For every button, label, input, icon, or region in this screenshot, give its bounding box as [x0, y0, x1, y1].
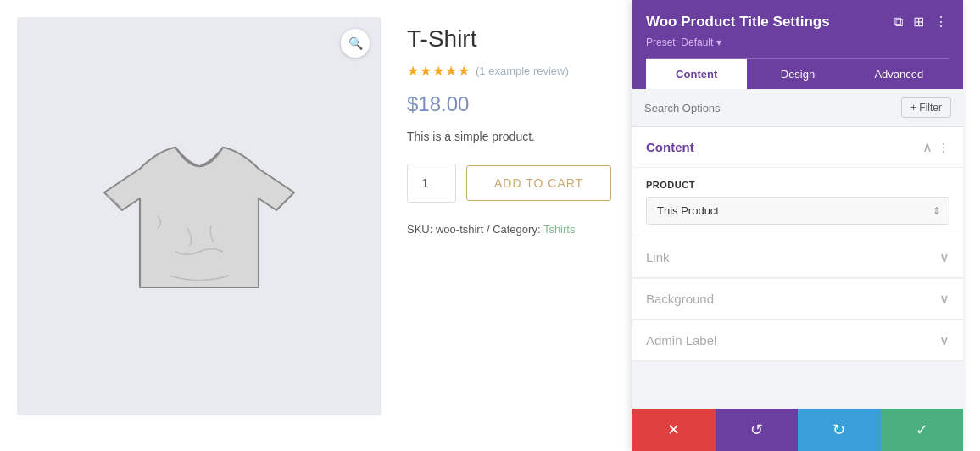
product-select-wrapper: This Product Custom Product ⇕: [646, 197, 949, 225]
panel-preset[interactable]: Preset: Default ▾: [646, 36, 949, 48]
content-section-header[interactable]: Content ∧ ⋮: [632, 127, 963, 168]
background-chevron-down-icon: ∨: [939, 291, 949, 307]
copy-icon-button[interactable]: ⧉: [892, 13, 905, 31]
search-input[interactable]: [644, 102, 894, 114]
quantity-input[interactable]: [407, 164, 456, 203]
filter-button[interactable]: + Filter: [901, 97, 951, 118]
link-chevron-down-icon: ∨: [939, 249, 949, 265]
cancel-button[interactable]: ✕: [632, 409, 716, 451]
product-image-container: 🔍: [17, 17, 381, 415]
more-options-button[interactable]: ⋮: [933, 12, 949, 31]
panel-tabs: Content Design Advanced: [646, 58, 949, 89]
link-section: Link ∨: [632, 237, 963, 279]
admin-label-section: Admin Label ∨: [632, 320, 963, 362]
tab-content[interactable]: Content: [646, 59, 747, 89]
background-section: Background ∨: [632, 279, 963, 320]
zoom-button[interactable]: 🔍: [341, 29, 370, 58]
tab-advanced[interactable]: Advanced: [849, 59, 949, 89]
product-image: [81, 97, 318, 335]
content-section-body: Product This Product Custom Product ⇕: [632, 168, 963, 237]
save-button[interactable]: ✓: [881, 409, 964, 451]
panel-body: + Filter Content ∧ ⋮ Product This Produc…: [632, 89, 963, 409]
admin-label-chevron-down-icon: ∨: [939, 332, 949, 348]
category-link[interactable]: Tshirts: [543, 223, 576, 236]
content-more-icon[interactable]: ⋮: [938, 141, 949, 154]
link-section-header[interactable]: Link ∨: [632, 237, 963, 278]
product-select[interactable]: This Product Custom Product: [646, 197, 949, 225]
product-field-label: Product: [646, 180, 949, 190]
panel-header: Woo Product Title Settings ⧉ ⊞ ⋮ Preset:…: [632, 0, 963, 89]
grid-icon-button[interactable]: ⊞: [911, 12, 926, 31]
link-section-title: Link: [646, 250, 670, 264]
background-section-header[interactable]: Background ∨: [632, 279, 963, 320]
panel-header-icons: ⧉ ⊞ ⋮: [892, 12, 949, 31]
search-row: + Filter: [632, 89, 963, 127]
redo-button[interactable]: ↻: [798, 409, 881, 451]
panel-title: Woo Product Title Settings: [646, 14, 830, 31]
rating-stars: ★★★★★: [407, 63, 471, 79]
add-to-cart-button[interactable]: Add to cart: [466, 165, 611, 201]
undo-button[interactable]: ↺: [716, 409, 799, 451]
content-chevron-up-icon: ∧: [922, 139, 933, 155]
admin-label-section-title: Admin Label: [646, 333, 716, 348]
admin-label-section-header[interactable]: Admin Label ∨: [632, 320, 963, 361]
panel-footer: ✕ ↺ ↻ ✓: [632, 409, 963, 451]
settings-panel: Woo Product Title Settings ⧉ ⊞ ⋮ Preset:…: [632, 0, 963, 451]
review-link[interactable]: (1 example review): [476, 64, 569, 77]
background-section-title: Background: [646, 292, 714, 306]
tab-design[interactable]: Design: [747, 59, 848, 89]
content-section-title: Content: [646, 140, 694, 154]
